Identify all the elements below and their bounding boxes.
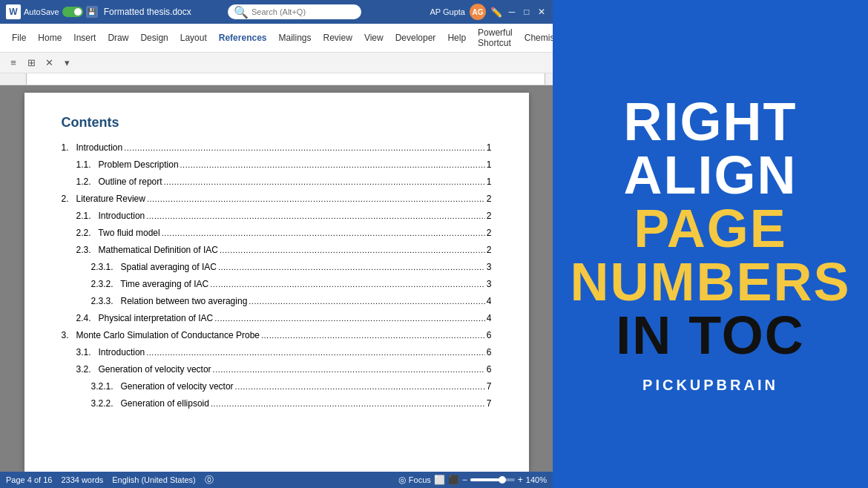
- toc-number: 1.1. Problem Description: [76, 158, 179, 171]
- username: AP Gupta: [430, 7, 465, 16]
- maximize-button[interactable]: □: [522, 7, 532, 17]
- toc-dots: [147, 192, 485, 206]
- autosave-toggle[interactable]: [62, 7, 83, 17]
- document-area: Contents 1. Introduction 1 1.1. Problem …: [0, 85, 553, 472]
- toc-page: 4: [487, 294, 492, 308]
- toc-number: 3.2.2. Generation of ellipsoid: [91, 397, 209, 410]
- toc-dots: [213, 363, 485, 377]
- menu-powerful-shortcut[interactable]: Powerful Shortcut: [472, 25, 519, 50]
- menu-layout[interactable]: Layout: [174, 30, 213, 45]
- toc-icon[interactable]: ≡: [6, 56, 21, 70]
- menu-view[interactable]: View: [358, 30, 389, 45]
- menu-developer[interactable]: Developer: [389, 30, 442, 45]
- layout-icon-1[interactable]: ⬜: [434, 475, 445, 485]
- word-count: 2334 words: [61, 475, 103, 484]
- toc-page: 3: [487, 260, 492, 274]
- page-info: Page 4 of 16: [6, 475, 52, 484]
- autosave-label: AutoSave: [24, 7, 83, 17]
- toc-dots: [220, 243, 485, 257]
- toc-entry-3-2: 3.2. Generation of velocity vector 6: [62, 363, 492, 377]
- toc-page: 7: [487, 397, 492, 410]
- language: English (United States): [112, 475, 196, 484]
- menu-file[interactable]: File: [6, 30, 32, 45]
- ribbon-toolbar: ≡ ⊞ ✕ ▾: [0, 53, 553, 73]
- search-bar[interactable]: 🔍: [228, 4, 361, 19]
- toc-page: 6: [487, 363, 492, 376]
- toc-entry-2-2: 2.2. Two fluid model 2: [62, 226, 492, 240]
- toc-entry-2: 2. Literature Review 2: [62, 192, 492, 206]
- toc-entry-2-1: 2.1. Introduction 2: [62, 209, 492, 223]
- pen-icon[interactable]: ✏️: [490, 7, 502, 18]
- toc-entry-3-2-1: 3.2.1. Generation of velocity vector 7: [62, 380, 492, 394]
- focus-label[interactable]: Focus: [409, 475, 431, 484]
- filename-label: Formatted thesis.docx: [104, 7, 191, 17]
- title-bar: W AutoSave 💾 Formatted thesis.docx 🔍 AP …: [0, 0, 553, 24]
- toc-page: 3: [487, 277, 492, 291]
- save-icon[interactable]: 💾: [86, 6, 98, 18]
- toc-dots: [146, 209, 485, 223]
- toc-number: 3. Monte Carlo Simulation of Conductance…: [62, 329, 260, 342]
- zoom-bar[interactable]: [470, 478, 515, 481]
- toc-number: 3.2.1. Generation of velocity vector: [91, 380, 234, 393]
- toc-page: 2: [487, 209, 492, 222]
- zoom-out-icon[interactable]: −: [462, 475, 467, 485]
- minimize-button[interactable]: ─: [507, 7, 517, 17]
- menu-references[interactable]: References: [213, 30, 273, 45]
- menu-draw[interactable]: Draw: [102, 30, 134, 45]
- toc-number: 2.4. Physical interpretation of IAC: [76, 311, 214, 325]
- toc-number: 2.3. Mathematical Definition of IAC: [76, 243, 218, 257]
- focus-area: ◎ Focus ⬜ ⬛ − + 140%: [398, 475, 547, 485]
- autosave-text: AutoSave: [24, 7, 59, 16]
- toc-dots: [214, 311, 485, 326]
- toc-page: 1: [487, 175, 492, 188]
- accessibility-icon[interactable]: ⓪: [205, 474, 214, 487]
- toc-entry-2-4: 2.4. Physical interpretation of IAC 4: [62, 311, 492, 326]
- toc-dots: [146, 346, 485, 360]
- user-avatar: AG: [470, 4, 486, 20]
- menu-help[interactable]: Help: [441, 30, 472, 45]
- table-icon[interactable]: ⊞: [24, 56, 39, 70]
- search-input[interactable]: [251, 7, 355, 16]
- menu-mailings[interactable]: Mailings: [273, 30, 318, 45]
- toc-entry-1-1: 1.1. Problem Description 1: [62, 158, 492, 172]
- toc-number: 2.1. Introduction: [76, 209, 145, 222]
- document-page: Contents 1. Introduction 1 1.1. Problem …: [24, 93, 529, 472]
- menu-home[interactable]: Home: [32, 30, 68, 45]
- toc-dots: [164, 175, 485, 189]
- title-bar-right: AP Gupta AG ✏️ ─ □ ✕: [430, 4, 547, 20]
- menu-design[interactable]: Design: [134, 30, 174, 45]
- toc-number: 3.2. Generation of velocity vector: [76, 363, 211, 376]
- headline-page: PAGE: [634, 202, 787, 255]
- focus-icon[interactable]: ◎: [398, 475, 406, 485]
- toc-number: 3.1. Introduction: [76, 346, 145, 359]
- toc-page: 6: [487, 346, 492, 359]
- toc-page: 2: [487, 226, 492, 240]
- toc-number: 2.3.1. Spatial averaging of IAC: [91, 260, 217, 274]
- toc-number: 2.2. Two fluid model: [76, 226, 160, 240]
- toc-dots: [180, 158, 485, 172]
- delete-icon[interactable]: ✕: [42, 56, 56, 70]
- toc-dots: [218, 260, 485, 274]
- zoom-in-icon[interactable]: +: [518, 475, 523, 485]
- zoom-thumb: [499, 476, 506, 484]
- toc-dots: [124, 141, 485, 155]
- title-bar-left: W AutoSave 💾 Formatted thesis.docx: [6, 4, 191, 19]
- toc-number: 1.2. Outline of report: [76, 175, 162, 188]
- status-bar: Page 4 of 16 2334 words English (United …: [0, 472, 553, 488]
- close-button[interactable]: ✕: [536, 7, 547, 17]
- menu-insert[interactable]: Insert: [68, 30, 102, 45]
- toc-page: 2: [487, 243, 492, 257]
- toc-page: 6: [487, 329, 492, 342]
- toc-entry-2-3-2: 2.3.2. Time averaging of IAC 3: [62, 277, 492, 291]
- menu-review[interactable]: Review: [318, 30, 358, 45]
- layout-icon-2[interactable]: ⬛: [448, 475, 459, 485]
- toc-page: 7: [487, 380, 492, 393]
- toc-dots: [210, 277, 485, 291]
- toc-entry-1: 1. Introduction 1: [62, 141, 492, 155]
- zoom-control[interactable]: − + 140%: [462, 475, 547, 485]
- toc-number: 2. Literature Review: [62, 192, 145, 205]
- dropdown-icon[interactable]: ▾: [59, 56, 74, 70]
- toc-entry-2-3: 2.3. Mathematical Definition of IAC 2: [62, 243, 492, 257]
- toc-number: 1. Introduction: [62, 141, 123, 154]
- toc-entry-3: 3. Monte Carlo Simulation of Conductance…: [62, 329, 492, 343]
